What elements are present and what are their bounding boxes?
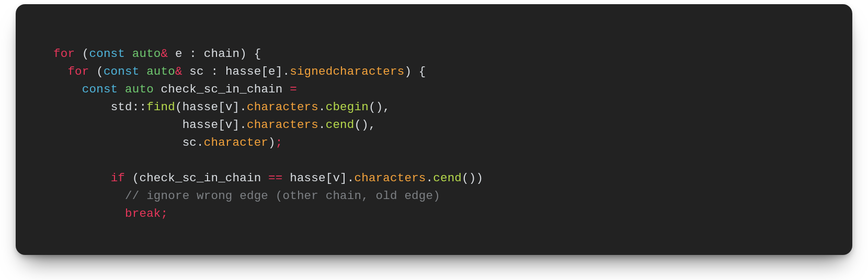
operator-eqeq: ==: [268, 171, 282, 185]
operator-amp: &: [161, 47, 168, 61]
space: [182, 65, 190, 78]
punct: ].: [276, 65, 290, 78]
identifier-hasse: hasse: [225, 65, 261, 78]
identifier-v: v: [225, 100, 233, 114]
punct: [: [326, 171, 333, 185]
punct: (: [125, 171, 139, 185]
operator-assign: =: [290, 83, 297, 96]
punct: [: [261, 65, 268, 78]
space: [282, 83, 290, 96]
indent: [53, 189, 125, 203]
punct: (: [75, 47, 89, 61]
space: [118, 83, 125, 96]
punct: :: [204, 65, 225, 78]
fn-cbegin: cbegin: [326, 100, 369, 114]
keyword-if: if: [111, 171, 125, 185]
member-characters: characters: [355, 171, 426, 185]
identifier-e: e: [175, 47, 182, 61]
punct: .: [318, 118, 326, 132]
space: [139, 65, 146, 78]
code-block[interactable]: for (const auto& e : chain) { for (const…: [16, 4, 852, 243]
keyword-auto: auto: [132, 47, 161, 61]
fn-cend: cend: [326, 118, 355, 132]
indent: [53, 65, 67, 78]
fn-find: find: [146, 100, 175, 114]
comment: // ignore wrong edge (other chain, old e…: [125, 189, 440, 203]
punct: ].: [340, 171, 354, 185]
identifier-v: v: [333, 171, 340, 185]
punct: (: [89, 65, 104, 78]
identifier-hasse: hasse: [290, 171, 326, 185]
punct-semi: ;: [276, 136, 283, 149]
identifier-chain: chain: [204, 47, 240, 61]
punct: (: [175, 100, 182, 114]
identifier-std: std: [111, 100, 132, 114]
indent: [53, 83, 82, 96]
space: [261, 171, 268, 185]
punct: ].: [233, 100, 247, 114]
identifier-check: check_sc_in_chain: [139, 171, 261, 185]
identifier-sc: sc: [189, 65, 203, 78]
fn-cend: cend: [433, 171, 462, 185]
operator-amp: &: [175, 65, 182, 78]
keyword-break: break: [125, 207, 161, 220]
space: [282, 171, 290, 185]
punct: [: [218, 100, 225, 114]
identifier-sc: sc: [182, 136, 197, 149]
identifier-e: e: [268, 65, 276, 78]
punct: ) {: [239, 47, 261, 61]
member-characters: characters: [247, 118, 318, 132]
keyword-const: const: [82, 83, 118, 96]
keyword-auto: auto: [146, 65, 175, 78]
punct: ) {: [404, 65, 426, 78]
member-characters: characters: [247, 100, 318, 114]
keyword-for: for: [67, 65, 89, 78]
keyword-auto: auto: [125, 83, 154, 96]
punct: (),: [369, 100, 390, 114]
punct: .: [197, 136, 204, 149]
identifier-v: v: [225, 118, 233, 132]
punct: .: [426, 171, 433, 185]
punct: :: [182, 47, 204, 61]
space: [154, 83, 161, 96]
stage: for (const auto& e : chain) { for (const…: [0, 0, 868, 280]
indent: [53, 136, 182, 149]
punct: (),: [355, 118, 376, 132]
punct: ): [268, 136, 276, 149]
keyword-const: const: [104, 65, 140, 78]
punct: ()): [462, 171, 483, 185]
indent: [53, 207, 125, 220]
punct-semi: ;: [161, 207, 168, 220]
member-signedcharacters: signedcharacters: [290, 65, 404, 78]
member-character: character: [204, 136, 268, 149]
punct: .: [318, 100, 326, 114]
identifier-hasse: hasse: [182, 118, 219, 132]
punct: ].: [233, 118, 247, 132]
identifier-check: check_sc_in_chain: [161, 83, 283, 96]
code-snippet-card: for (const auto& e : chain) { for (const…: [16, 4, 852, 255]
identifier-hasse: hasse: [182, 100, 219, 114]
keyword-const: const: [89, 47, 125, 61]
space: [125, 47, 132, 61]
space: [168, 47, 175, 61]
indent: [53, 118, 182, 132]
punct: ::: [132, 100, 146, 114]
indent: [53, 171, 111, 185]
keyword-for: for: [53, 47, 75, 61]
punct: [: [218, 118, 225, 132]
indent: [53, 100, 111, 114]
